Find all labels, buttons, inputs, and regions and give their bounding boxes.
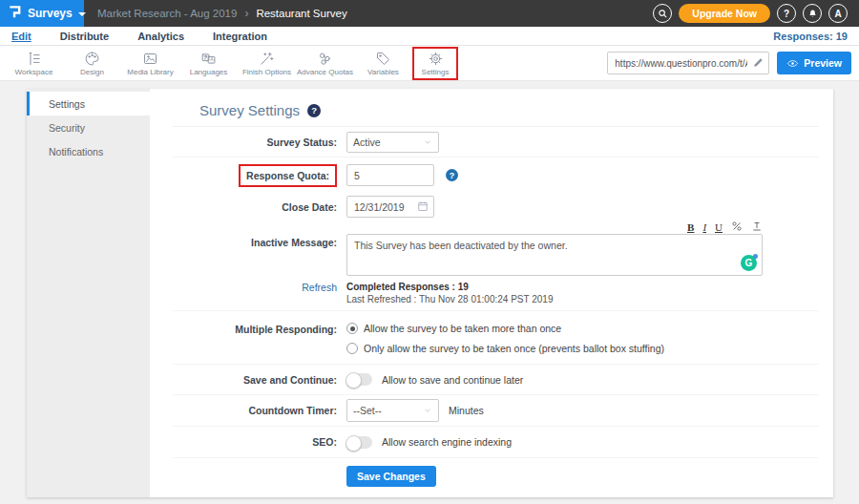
image-icon [142,51,158,67]
sidebar-item-notifications[interactable]: Notifications [27,139,150,163]
save-and-continue-toggle[interactable] [346,373,372,386]
settings-main: Survey Settings ? Survey Status: Active … [150,89,833,497]
sidebar-item-security[interactable]: Security [27,116,150,139]
response-quota-label: Response Quota: [239,164,337,187]
magic-wand-icon [259,51,275,67]
search-button[interactable] [653,4,672,23]
svg-text:A: A [210,57,214,62]
toolbar-item-workspace[interactable]: Workspace [5,47,63,80]
sidebar-item-settings[interactable]: Settings [27,92,150,116]
save-changes-button[interactable]: Save Changes [346,466,436,487]
seo-row: SEO: Allow search engine indexing [173,427,819,458]
edit-url-pencil-icon[interactable] [752,56,765,69]
responses-summary-row: Refresh Completed Responses : 19 Last Re… [173,280,819,311]
countdown-timer-row: Countdown Timer: --Set-- Minutes [173,395,819,427]
survey-status-row: Survey Status: Active [173,127,819,158]
preview-button[interactable]: Preview [777,52,851,74]
underline-button[interactable]: U [715,222,723,233]
toolbar-item-variables[interactable]: Variables [354,47,412,80]
chain-links-icon [317,51,333,67]
save-and-continue-label: Save and Continue: [173,374,337,386]
link-icon [731,220,743,232]
italic-button[interactable]: I [702,222,706,233]
search-icon [658,9,668,19]
notifications-button[interactable] [803,4,822,23]
last-refreshed-text: Last Refreshed : Thu Nov 28 01:00:24 PST… [346,294,819,304]
content-area: Settings Security Notifications Survey S… [0,81,859,504]
eye-icon [786,57,799,70]
nav-tab-edit[interactable]: Edit [11,31,31,42]
toolbar-item-advance-quotas[interactable]: Advance Quotas [296,47,354,80]
toolbar-item-finish-options[interactable]: Finish Options [238,47,296,80]
chevron-down-icon [423,406,432,415]
nav-tab-distribute[interactable]: Distribute [60,31,109,42]
nav-tab-integration[interactable]: Integration [213,31,267,42]
save-and-continue-row: Save and Continue: Allow to save and con… [173,365,819,395]
breadcrumb-survey-name[interactable]: Restaurant Survey [256,8,346,19]
help-button[interactable]: ? [777,4,796,23]
settings-card: Settings Security Notifications Survey S… [27,89,833,497]
survey-settings-help-icon[interactable]: ? [307,104,321,117]
toolbar-right: Preview [607,52,851,74]
radio-allow-multiple[interactable]: Allow the survey to be taken more than o… [346,323,819,334]
chevron-down-icon [78,12,86,16]
save-row: Save Changes [173,458,819,504]
seo-toggle[interactable] [346,436,372,449]
top-bar: Surveys Market Research - Aug 2019 › Res… [0,0,859,27]
settings-sidebar: Settings Security Notifications [27,89,150,497]
radio-allow-once[interactable]: Only allow the survey to be taken once (… [346,343,819,354]
topbar-actions: Upgrade Now ? A [653,4,859,23]
surveys-product-menu[interactable]: Surveys [0,0,84,27]
inactive-message-textarea[interactable]: This Survey has been deactivated by the … [346,234,763,276]
toolbar-item-media-library[interactable]: Media Library [121,47,179,80]
palette-icon [84,51,100,67]
workspace-icon [26,51,42,67]
clear-format-icon [751,220,763,232]
countdown-timer-label: Countdown Timer: [173,405,337,416]
close-date-label: Close Date: [173,201,337,213]
countdown-timer-units: Minutes [449,405,484,416]
inactive-message-row: Inactive Message: B I U This [173,220,819,280]
account-avatar[interactable]: A [828,4,848,23]
page-title: Survey Settings [199,102,300,118]
bell-icon [807,9,818,19]
tag-icon [375,51,391,67]
refresh-link[interactable]: Refresh [173,282,337,293]
multiple-responding-row: Multiple Responding: Allow the survey to… [173,311,819,365]
product-name: Surveys [28,7,73,20]
toolbar-item-design[interactable]: Design [63,47,121,80]
survey-status-label: Survey Status: [173,136,337,148]
response-quota-input[interactable] [346,164,434,186]
countdown-timer-select[interactable]: --Set-- [346,399,439,422]
upgrade-now-button[interactable]: Upgrade Now [679,4,770,23]
survey-url-input[interactable] [607,52,769,74]
response-quota-row: Response Quota: ? [173,158,819,193]
radio-button-icon[interactable] [346,343,358,354]
nav-tab-analytics[interactable]: Analytics [137,31,184,42]
radio-button-icon[interactable] [346,323,358,334]
inactive-message-label: Inactive Message: [173,237,337,248]
survey-url-wrap [607,52,769,74]
responses-count[interactable]: Responses: 19 [773,31,848,42]
breadcrumb: Market Research - Aug 2019 › Restaurant … [97,7,347,20]
toolbar-item-settings[interactable]: Settings [412,47,458,80]
survey-nav: Edit Distribute Analytics Integration Re… [0,27,859,46]
edit-toolbar: Workspace Design Media Library A Languag… [0,46,859,81]
seo-label: SEO: [173,436,337,448]
breadcrumb-separator: › [244,7,248,20]
gear-icon [428,51,444,67]
completed-responses-text: Completed Responses : 19 [346,282,819,292]
text-editor-toolbar: B I U [346,220,763,234]
breadcrumb-folder[interactable]: Market Research - Aug 2019 [97,8,237,19]
multiple-responding-label: Multiple Responding: [173,324,337,335]
translate-icon: A [200,51,217,67]
close-date-row: Close Date: [173,193,819,220]
grammarly-icon[interactable]: G [741,255,757,271]
chevron-down-icon [423,137,432,147]
bold-button[interactable]: B [687,222,694,233]
questionpro-logo-icon [8,4,22,24]
close-date-input[interactable] [346,196,434,218]
response-quota-help-icon[interactable]: ? [446,169,458,181]
survey-status-select[interactable]: Active [346,132,439,153]
toolbar-item-languages[interactable]: A Languages [179,47,238,80]
